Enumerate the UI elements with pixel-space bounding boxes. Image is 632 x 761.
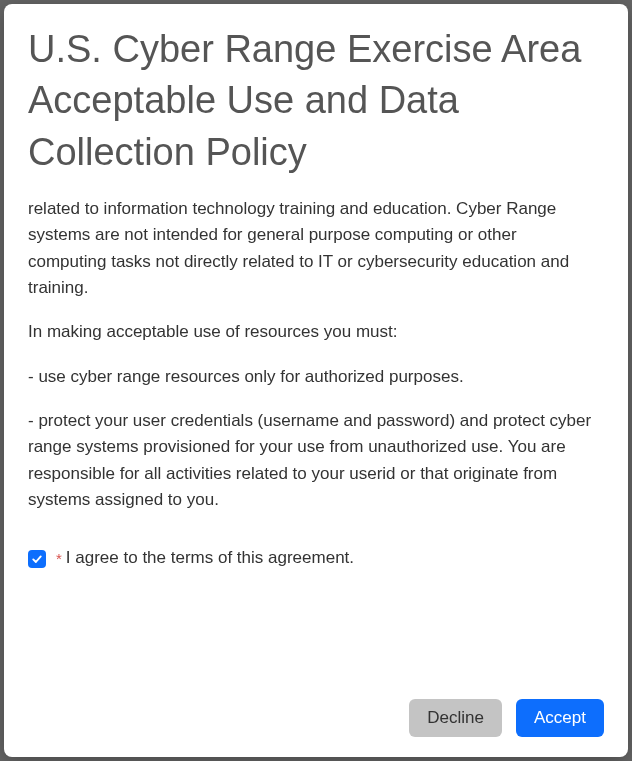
- modal-title: U.S. Cyber Range Exercise Area Acceptabl…: [28, 24, 604, 178]
- policy-paragraph: - protect your user credentials (usernam…: [28, 408, 596, 513]
- modal-footer: Decline Accept: [28, 699, 604, 737]
- accept-button[interactable]: Accept: [516, 699, 604, 737]
- modal-body-scroll[interactable]: related to information technology traini…: [28, 196, 604, 681]
- agreement-checkbox[interactable]: [28, 550, 46, 568]
- policy-modal: U.S. Cyber Range Exercise Area Acceptabl…: [4, 4, 628, 757]
- policy-paragraph: related to information technology traini…: [28, 196, 596, 301]
- policy-paragraph: - use cyber range resources only for aut…: [28, 364, 596, 390]
- required-marker: *: [56, 547, 62, 570]
- policy-paragraph: In making acceptable use of resources yo…: [28, 319, 596, 345]
- checkmark-icon: [31, 553, 43, 565]
- decline-button[interactable]: Decline: [409, 699, 502, 737]
- agreement-row: * I agree to the terms of this agreement…: [28, 545, 596, 571]
- agreement-label: I agree to the terms of this agreement.: [66, 545, 354, 571]
